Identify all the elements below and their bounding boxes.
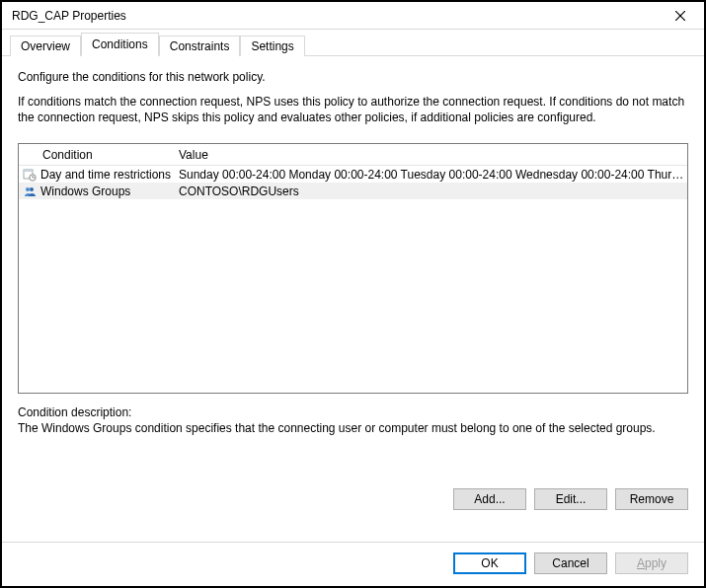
titlebar: RDG_CAP Properties: [2, 2, 704, 30]
condition-description-label: Condition description:: [18, 405, 688, 419]
remove-button[interactable]: Remove: [615, 488, 688, 510]
column-header-value[interactable]: Value: [175, 148, 687, 162]
condition-description-text: The Windows Groups condition specifies t…: [18, 421, 688, 435]
close-icon: [675, 11, 685, 21]
tab-panel-conditions: Configure the conditions for this networ…: [2, 56, 704, 528]
column-header-condition[interactable]: Condition: [19, 148, 175, 162]
cell-condition: Windows Groups: [40, 184, 175, 198]
group-icon: [19, 184, 40, 198]
svg-rect-3: [24, 170, 33, 172]
tab-constraints[interactable]: Constraints: [159, 36, 241, 56]
table-row[interactable]: Windows Groups CONTOSO\RDGUsers: [19, 183, 687, 199]
close-button[interactable]: [661, 2, 700, 29]
add-button[interactable]: Add...: [453, 488, 526, 510]
apply-mnemonic: A: [637, 556, 645, 570]
tab-settings[interactable]: Settings: [240, 36, 304, 56]
cell-value: Sunday 00:00-24:00 Monday 00:00-24:00 Tu…: [175, 168, 687, 182]
cell-condition: Day and time restrictions: [40, 168, 175, 182]
conditions-list-body: Day and time restrictions Sunday 00:00-2…: [19, 166, 687, 393]
cancel-button[interactable]: Cancel: [534, 552, 607, 574]
svg-point-8: [30, 187, 34, 191]
apply-rest: pply: [645, 556, 667, 570]
ok-button[interactable]: OK: [453, 552, 526, 574]
list-button-row: Add... Edit... Remove: [18, 488, 688, 510]
calendar-clock-icon: [19, 168, 40, 182]
conditions-list-header: Condition Value: [19, 144, 687, 166]
dialog-button-area: OK Cancel Apply: [2, 542, 704, 586]
edit-button[interactable]: Edit...: [534, 488, 607, 510]
window-title: RDG_CAP Properties: [12, 9, 661, 23]
tab-overview[interactable]: Overview: [10, 36, 81, 56]
svg-point-7: [26, 187, 30, 191]
table-row[interactable]: Day and time restrictions Sunday 00:00-2…: [19, 166, 687, 183]
apply-button: Apply: [615, 552, 688, 574]
cell-value: CONTOSO\RDGUsers: [175, 184, 687, 198]
conditions-list[interactable]: Condition Value Day and time restriction…: [18, 143, 688, 394]
tab-strip: Overview Conditions Constraints Settings: [2, 30, 704, 56]
dialog-button-row: OK Cancel Apply: [18, 552, 688, 574]
tab-conditions[interactable]: Conditions: [81, 33, 159, 56]
intro-line-2: If conditions match the connection reque…: [18, 94, 688, 125]
intro-line-1: Configure the conditions for this networ…: [18, 70, 688, 84]
